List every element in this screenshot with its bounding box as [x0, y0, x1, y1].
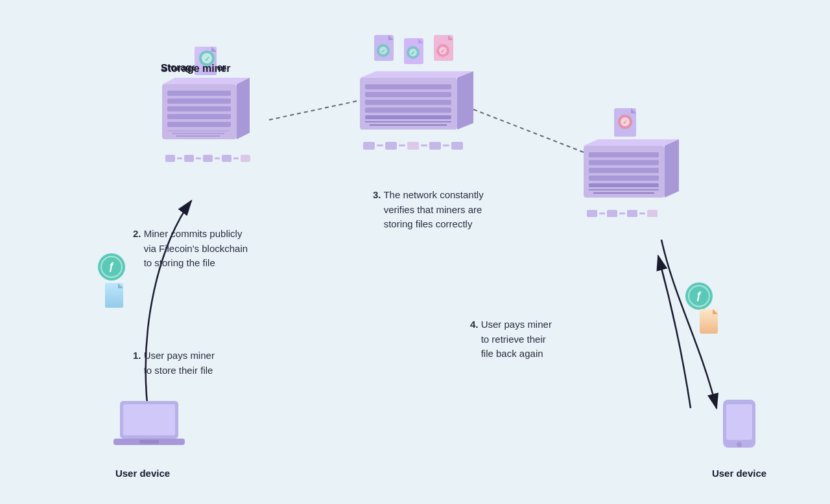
file-doc-right: [698, 308, 721, 339]
user-device-right: [720, 398, 759, 452]
svg-text:ƒ: ƒ: [696, 290, 702, 301]
file-doc-left: [104, 282, 126, 313]
svg-rect-61: [139, 440, 159, 444]
svg-text:✓: ✓: [622, 119, 628, 126]
step-3-text: 3. The network constantly verifies that …: [373, 188, 484, 232]
svg-text:✓: ✓: [204, 55, 210, 63]
svg-rect-42: [589, 152, 659, 157]
svg-text:ƒ: ƒ: [109, 261, 115, 272]
coin-left: ƒ: [97, 253, 126, 284]
diagram-container: Storage miner ✓: [0, 0, 830, 504]
svg-rect-11: [167, 106, 231, 111]
svg-rect-30: [365, 84, 451, 89]
user-device-left-label: User device: [101, 468, 185, 479]
svg-rect-46: [589, 183, 659, 187]
svg-text:✓: ✓: [410, 50, 416, 56]
svg-rect-44: [589, 168, 659, 173]
svg-rect-63: [726, 404, 752, 440]
svg-line-1: [467, 107, 584, 152]
step-1-text: 1. User pays miner to store their file: [133, 349, 215, 378]
svg-point-64: [737, 442, 742, 447]
svg-line-0: [269, 100, 360, 120]
svg-rect-34: [365, 115, 451, 119]
server-top-center: ✓ ✓ ✓: [353, 39, 477, 150]
server-top-left: ✓: [156, 78, 253, 162]
svg-rect-31: [365, 92, 451, 97]
svg-text:✓: ✓: [381, 48, 386, 54]
user-device-left: [113, 398, 185, 452]
user-device-right-label: User device: [704, 468, 775, 479]
svg-rect-9: [167, 91, 231, 96]
svg-rect-13: [167, 122, 231, 127]
svg-rect-12: [167, 114, 231, 119]
svg-rect-45: [589, 176, 659, 181]
svg-text:✓: ✓: [440, 48, 445, 54]
step-2-text: 2. Miner commits publicly via Filecoin's…: [133, 227, 248, 271]
storage-miner-title: Storage miner: [161, 63, 231, 74]
svg-rect-10: [167, 98, 231, 104]
svg-rect-32: [365, 100, 451, 105]
svg-rect-33: [365, 108, 451, 113]
svg-rect-59: [123, 404, 175, 435]
step-4-text: 4. User pays miner to retrieve their fil…: [470, 317, 552, 361]
server-top-right: ✓: [577, 139, 681, 217]
svg-rect-43: [589, 160, 659, 165]
